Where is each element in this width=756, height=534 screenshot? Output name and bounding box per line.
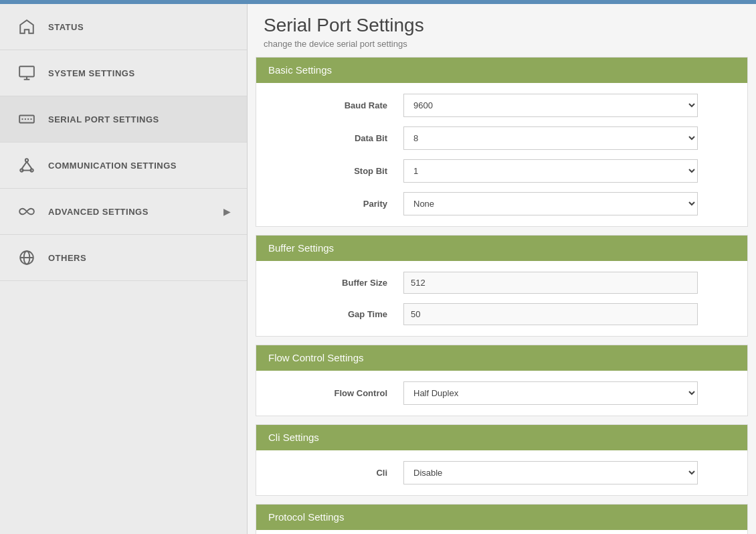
flow-control-header: Flow Control Settings [256,345,747,371]
baud-rate-control: 9600 300600120024004800 1920038400576001… [403,94,698,117]
sidebar: STATUS SYSTEM SETTINGS [0,4,248,534]
globe-icon [16,247,37,268]
baud-rate-label: Baud Rate [270,100,403,110]
basic-settings-section: Basic Settings Baud Rate 9600 3006001200… [256,57,748,227]
content-area: Basic Settings Baud Rate 9600 3006001200… [248,57,756,534]
page-subtitle: change the device serial port settings [264,39,740,49]
flow-control-title: Flow Control Settings [268,352,364,363]
data-bit-row: Data Bit 8 567 [270,126,734,150]
sidebar-label-serial-port-settings: SERIAL PORT SETTINGS [48,114,159,124]
buffer-settings-title: Buffer Settings [268,242,334,254]
sidebar-item-system-settings[interactable]: SYSTEM SETTINGS [0,50,247,96]
cli-settings-header: Cli Settings [256,425,747,450]
flow-control-body: Flow Control Half Duplex NoneFull Duplex… [256,371,747,416]
buffer-settings-section: Buffer Settings Buffer Size Gap Time [256,235,748,337]
gap-time-input[interactable] [403,303,698,325]
protocol-settings-title: Protocol Settings [268,511,344,523]
data-bit-control: 8 567 [403,126,698,150]
sidebar-label-system-settings: SYSTEM SETTINGS [48,68,135,78]
stop-bit-control: 1 2 [403,159,698,183]
basic-settings-title: Basic Settings [268,64,332,76]
sidebar-item-communication-settings[interactable]: COMMUNICATION SETTINGS [0,143,247,189]
cli-select[interactable]: Disable Enable [403,461,698,484]
buffer-size-control [403,272,698,294]
protocol-settings-section: Protocol Settings Protocol Modbus TCPUDP… [256,504,748,534]
protocol-settings-header: Protocol Settings [256,505,747,530]
sidebar-label-communication-settings: COMMUNICATION SETTINGS [48,161,177,171]
sidebar-item-others[interactable]: OTHERS [0,235,247,281]
stop-bit-label: Stop Bit [270,166,403,176]
parity-label: Parity [270,199,403,209]
parity-row: Parity None OddEvenMarkSpace [270,192,734,215]
sidebar-label-status: STATUS [48,22,84,32]
sidebar-label-others: OTHERS [48,253,86,263]
infinity-icon [16,201,37,222]
parity-control: None OddEvenMarkSpace [403,192,698,215]
flow-control-section: Flow Control Settings Flow Control Half … [256,345,748,416]
basic-settings-body: Baud Rate 9600 300600120024004800 192003… [256,83,747,226]
sidebar-item-serial-port-settings[interactable]: SERIAL PORT SETTINGS [0,96,247,143]
cli-row: Cli Disable Enable [270,461,734,484]
network-icon [16,155,37,176]
svg-rect-0 [19,66,34,76]
home-icon [16,16,37,37]
data-bit-select[interactable]: 8 567 [403,126,698,150]
flow-control-control: Half Duplex NoneFull DuplexHardware (RTS… [403,381,698,405]
svg-rect-3 [19,116,34,123]
sidebar-label-advanced-settings: ADVANCED SETTINGS [48,207,149,217]
gap-time-control [403,303,698,325]
buffer-size-input[interactable] [403,272,698,294]
cli-label: Cli [270,468,403,478]
svg-line-11 [21,162,27,169]
page-title: Serial Port Settings [264,15,740,36]
svg-point-8 [25,159,28,161]
sidebar-item-advanced-settings[interactable]: ADVANCED SETTINGS ▶ [0,189,247,235]
buffer-size-label: Buffer Size [270,278,403,288]
flow-control-label: Flow Control [270,388,403,398]
chevron-right-icon: ▶ [223,206,231,217]
cli-settings-title: Cli Settings [268,432,319,443]
baud-rate-select[interactable]: 9600 300600120024004800 1920038400576001… [403,94,698,117]
page-header: Serial Port Settings change the device s… [248,4,756,57]
flow-control-select[interactable]: Half Duplex NoneFull DuplexHardware (RTS… [403,381,698,405]
cli-control: Disable Enable [403,461,698,484]
stop-bit-select[interactable]: 1 2 [403,159,698,183]
svg-line-12 [27,162,32,169]
cli-settings-section: Cli Settings Cli Disable Enable [256,424,748,496]
cli-settings-body: Cli Disable Enable [256,450,747,495]
basic-settings-header: Basic Settings [256,58,747,83]
parity-select[interactable]: None OddEvenMarkSpace [403,192,698,215]
gap-time-label: Gap Time [270,309,403,319]
flow-control-row: Flow Control Half Duplex NoneFull Duplex… [270,381,734,405]
sidebar-item-status[interactable]: STATUS [0,4,247,50]
buffer-size-row: Buffer Size [270,272,734,294]
serial-icon [16,108,37,130]
main-content: Serial Port Settings change the device s… [248,4,756,534]
gap-time-row: Gap Time [270,303,734,325]
baud-rate-row: Baud Rate 9600 300600120024004800 192003… [270,94,734,117]
data-bit-label: Data Bit [270,133,403,143]
protocol-settings-body: Protocol Modbus TCPUDPRAW [256,530,747,534]
buffer-settings-body: Buffer Size Gap Time [256,261,747,336]
stop-bit-row: Stop Bit 1 2 [270,159,734,183]
buffer-settings-header: Buffer Settings [256,236,747,261]
monitor-icon [16,62,37,84]
